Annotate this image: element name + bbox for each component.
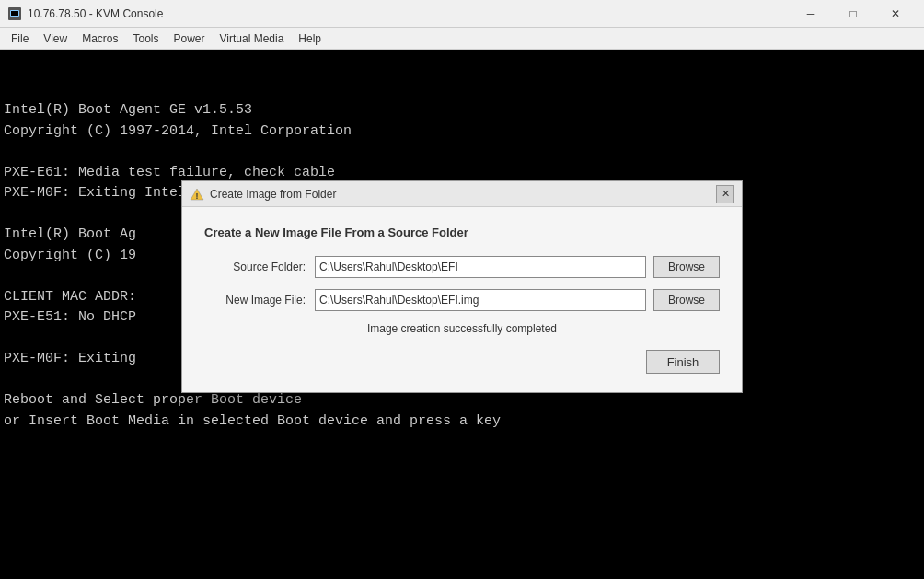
dialog-title-bar: ! Create Image from Folder ✕ <box>182 181 742 207</box>
menu-view[interactable]: View <box>36 30 75 47</box>
new-image-browse-button[interactable]: Browse <box>653 289 720 311</box>
dialog-footer: Finish <box>204 346 720 374</box>
new-image-label: New Image File: <box>204 294 306 307</box>
minimize-button[interactable]: ─ <box>790 0 832 28</box>
console-area: Intel(R) Boot Agent GE v1.5.53 Copyright… <box>0 50 924 579</box>
menu-file[interactable]: File <box>4 30 36 47</box>
new-image-input[interactable] <box>315 289 646 311</box>
svg-text:!: ! <box>196 191 199 201</box>
window-title: 10.76.78.50 - KVM Console <box>28 7 790 20</box>
menu-virtual-media[interactable]: Virtual Media <box>213 30 292 47</box>
source-folder-input[interactable] <box>315 256 646 278</box>
window-controls: ─ □ ✕ <box>790 0 917 28</box>
status-text: Image creation successfully completed <box>204 322 720 335</box>
close-button[interactable]: ✕ <box>874 0 917 28</box>
source-folder-label: Source Folder: <box>204 261 306 273</box>
menu-help[interactable]: Help <box>291 30 329 47</box>
title-bar: 10.76.78.50 - KVM Console ─ □ ✕ <box>0 0 924 28</box>
source-folder-browse-button[interactable]: Browse <box>653 256 720 278</box>
new-image-row: New Image File: Browse <box>204 289 720 311</box>
app-icon <box>7 6 22 21</box>
dialog-title: Create Image from Folder <box>210 188 716 201</box>
create-image-dialog: ! Create Image from Folder ✕ Create a Ne… <box>181 180 743 393</box>
menu-tools[interactable]: Tools <box>125 30 166 47</box>
source-folder-row: Source Folder: Browse <box>204 256 720 278</box>
dialog-heading: Create a New Image File From a Source Fo… <box>204 226 720 239</box>
dialog-warning-icon: ! <box>190 187 204 202</box>
menu-bar: File View Macros Tools Power Virtual Med… <box>0 28 924 50</box>
finish-button[interactable]: Finish <box>646 350 720 374</box>
menu-power[interactable]: Power <box>167 30 213 47</box>
dialog-body: Create a New Image File From a Source Fo… <box>182 207 742 392</box>
menu-macros[interactable]: Macros <box>75 30 125 47</box>
maximize-button[interactable]: □ <box>832 0 874 28</box>
svg-rect-2 <box>11 11 18 16</box>
dialog-close-button[interactable]: ✕ <box>716 185 734 203</box>
